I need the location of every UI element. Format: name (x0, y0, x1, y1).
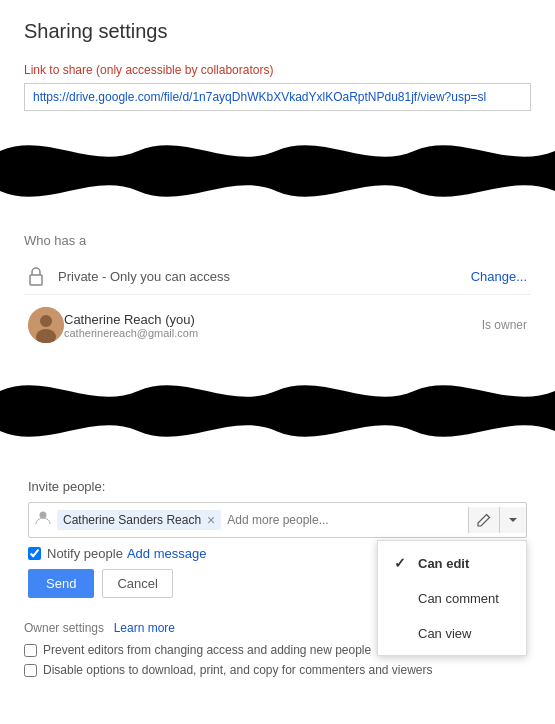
invite-input-container: Catherine Sanders Reach × (28, 502, 527, 538)
invite-chip: Catherine Sanders Reach × (57, 510, 221, 530)
dropdown-item-label-view: Can view (418, 626, 471, 641)
dropdown-item-can-comment[interactable]: Can comment (378, 581, 526, 616)
cancel-button[interactable]: Cancel (102, 569, 172, 598)
invite-inner: Catherine Sanders Reach × (35, 510, 464, 530)
access-row: Private - Only you can access Change... (24, 258, 531, 295)
dropdown-item-can-view[interactable]: Can view (378, 616, 526, 651)
wave-decoration-1 (0, 131, 555, 211)
who-has-access-label: Who has a (24, 233, 531, 248)
user-email: catherinereach@gmail.com (64, 327, 482, 339)
dropdown-item-label-comment: Can comment (418, 591, 499, 606)
svg-point-4 (40, 512, 47, 519)
check-icon: ✓ (394, 555, 410, 571)
user-name: Catherine Reach (you) (64, 312, 482, 327)
owner-label: Is owner (482, 318, 527, 332)
prevent-checkbox[interactable] (24, 644, 37, 657)
chip-close-icon[interactable]: × (207, 512, 215, 528)
lock-icon (28, 266, 48, 286)
link-section: Link to share (only accessible by collab… (24, 63, 531, 111)
invite-right-buttons (468, 507, 526, 533)
disable-row: Disable options to download, print, and … (24, 663, 531, 677)
change-link[interactable]: Change... (471, 269, 527, 284)
dropdown-item-can-edit[interactable]: ✓ Can edit (378, 545, 526, 581)
dropdown-item-label-edit: Can edit (418, 556, 469, 571)
invite-label: Invite people: (28, 479, 527, 494)
notify-checkbox[interactable] (28, 547, 41, 560)
add-message-link[interactable]: Add message (127, 546, 207, 561)
dropdown-toggle-button[interactable] (500, 507, 526, 533)
invite-section: Invite people: Catherine Sanders Reach × (24, 463, 531, 616)
add-more-input[interactable] (227, 513, 464, 527)
permissions-dropdown: ✓ Can edit Can comment Can view (377, 540, 527, 656)
link-label: Link to share (only accessible by collab… (24, 63, 531, 77)
page-title: Sharing settings (24, 20, 531, 43)
pencil-button[interactable] (469, 507, 500, 533)
user-info: Catherine Reach (you) catherinereach@gma… (64, 312, 482, 339)
user-row: Catherine Reach (you) catherinereach@gma… (24, 299, 531, 351)
disable-checkbox[interactable] (24, 664, 37, 677)
learn-more-link[interactable]: Learn more (114, 621, 175, 635)
disable-label: Disable options to download, print, and … (43, 663, 433, 677)
notify-text: Notify people (47, 546, 123, 561)
send-button[interactable]: Send (28, 569, 94, 598)
invite-input-wrapper: Catherine Sanders Reach × (28, 502, 527, 538)
svg-rect-0 (30, 275, 42, 285)
prevent-label: Prevent editors from changing access and… (43, 643, 371, 657)
access-text: Private - Only you can access (58, 269, 471, 284)
chip-name: Catherine Sanders Reach (63, 513, 201, 527)
link-input[interactable] (24, 83, 531, 111)
wave-decoration-2 (0, 371, 555, 451)
person-icon (35, 510, 51, 530)
avatar (28, 307, 64, 343)
owner-settings-label: Owner settings (24, 621, 104, 635)
svg-point-2 (40, 315, 52, 327)
